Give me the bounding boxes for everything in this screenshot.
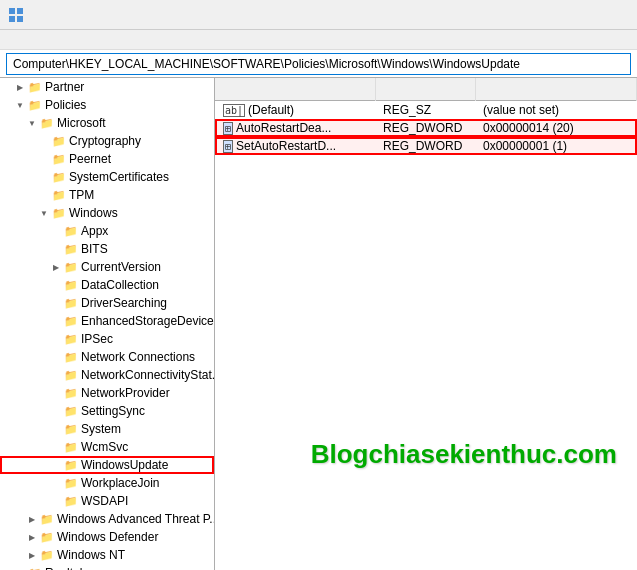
- folder-icon-appx: 📁: [64, 224, 78, 238]
- tree-label-partner: Partner: [45, 80, 84, 94]
- tree-item-currentversion[interactable]: 📁CurrentVersion: [0, 258, 214, 276]
- folder-icon-windowsnt: 📁: [40, 548, 54, 562]
- tree-item-windowsnt[interactable]: 📁Windows NT: [0, 546, 214, 564]
- expand-arrow-microsoft[interactable]: [26, 117, 38, 129]
- folder-icon-wsdapi: 📁: [64, 494, 78, 508]
- menu-help[interactable]: [84, 38, 92, 42]
- col-header-type[interactable]: [375, 78, 475, 100]
- tree-label-enhancedstoragedevices: EnhancedStorageDevices: [81, 314, 215, 328]
- main-layout: 📁Partner📁Policies📁Microsoft📁Cryptography…: [0, 78, 637, 570]
- expand-arrow-windowsdefender[interactable]: [26, 531, 38, 543]
- expand-arrow-windows[interactable]: [38, 207, 50, 219]
- tree-label-cryptography: Cryptography: [69, 134, 141, 148]
- tree-item-tpm[interactable]: 📁TPM: [0, 186, 214, 204]
- expand-arrow-partner[interactable]: [14, 81, 26, 93]
- cell-type-2: REG_DWORD: [375, 137, 475, 155]
- tree-item-networkconnectivitystatus[interactable]: 📁NetworkConnectivityStat...: [0, 366, 214, 384]
- folder-icon-windows: 📁: [52, 206, 66, 220]
- tree-item-wcmsvc[interactable]: 📁WcmSvc: [0, 438, 214, 456]
- tree-item-driversearching[interactable]: 📁DriverSearching: [0, 294, 214, 312]
- tree-item-partner[interactable]: 📁Partner: [0, 78, 214, 96]
- menu-bar: [0, 30, 637, 50]
- tree-label-networkprovider: NetworkProvider: [81, 386, 170, 400]
- watermark: Blogchiasekienthuc.com: [311, 439, 617, 470]
- folder-icon-workplacejoin: 📁: [64, 476, 78, 490]
- tree-label-driversearching: DriverSearching: [81, 296, 167, 310]
- tree-label-system: System: [81, 422, 121, 436]
- menu-favorites[interactable]: [64, 38, 72, 42]
- cell-name-1: ⊞AutoRestartDea...: [215, 119, 375, 137]
- tree-label-workplacejoin: WorkplaceJoin: [81, 476, 159, 490]
- tree-label-networkconnections: Network Connections: [81, 350, 195, 364]
- tree-label-currentversion: CurrentVersion: [81, 260, 161, 274]
- tree-label-windows: Windows: [69, 206, 118, 220]
- folder-icon-currentversion: 📁: [64, 260, 78, 274]
- folder-icon-windowsupdate: 📁: [64, 458, 78, 472]
- tree-item-peernet[interactable]: 📁Peernet: [0, 150, 214, 168]
- tree-item-policies[interactable]: 📁Policies: [0, 96, 214, 114]
- tree-label-microsoft: Microsoft: [57, 116, 106, 130]
- folder-icon-wcmsvc: 📁: [64, 440, 78, 454]
- cell-data-2: 0x00000001 (1): [475, 137, 637, 155]
- tree-item-ipsec[interactable]: 📁IPSec: [0, 330, 214, 348]
- registry-table: ab|(Default)REG_SZ(value not set)⊞AutoRe…: [215, 78, 637, 155]
- expand-arrow-windowsnt[interactable]: [26, 549, 38, 561]
- tree-item-settingsync[interactable]: 📁SettingSync: [0, 402, 214, 420]
- tree-item-datacollection[interactable]: 📁DataCollection: [0, 276, 214, 294]
- tree-label-realtek: Realtek: [45, 566, 86, 570]
- tree-item-appx[interactable]: 📁Appx: [0, 222, 214, 240]
- menu-file[interactable]: [4, 38, 12, 42]
- tree-item-wsdapi[interactable]: 📁WSDAPI: [0, 492, 214, 510]
- col-header-data[interactable]: [475, 78, 637, 100]
- tree-panel: 📁Partner📁Policies📁Microsoft📁Cryptography…: [0, 78, 215, 570]
- cell-name-2: ⊞SetAutoRestartD...: [215, 137, 375, 155]
- tree-item-networkconnections[interactable]: 📁Network Connections: [0, 348, 214, 366]
- menu-view[interactable]: [44, 38, 52, 42]
- table-row[interactable]: ⊞AutoRestartDea...REG_DWORD0x00000014 (2…: [215, 119, 637, 137]
- tree-label-settingsync: SettingSync: [81, 404, 145, 418]
- address-bar: [0, 50, 637, 78]
- svg-rect-1: [17, 8, 23, 14]
- tree-item-windowsadvancedthreat[interactable]: 📁Windows Advanced Threat P...: [0, 510, 214, 528]
- tree-item-microsoft[interactable]: 📁Microsoft: [0, 114, 214, 132]
- tree-label-peernet: Peernet: [69, 152, 111, 166]
- folder-icon-microsoft: 📁: [40, 116, 54, 130]
- svg-rect-3: [17, 16, 23, 22]
- table-row[interactable]: ab|(Default)REG_SZ(value not set): [215, 100, 637, 119]
- address-input[interactable]: [6, 53, 631, 75]
- tree-item-networkprovider[interactable]: 📁NetworkProvider: [0, 384, 214, 402]
- expand-arrow-policies[interactable]: [14, 99, 26, 111]
- content-panel: ab|(Default)REG_SZ(value not set)⊞AutoRe…: [215, 78, 637, 570]
- folder-icon-realtek: 📁: [28, 566, 42, 570]
- tree-item-cryptography[interactable]: 📁Cryptography: [0, 132, 214, 150]
- tree-item-windows[interactable]: 📁Windows: [0, 204, 214, 222]
- reg-value-icon-2: ⊞: [223, 140, 233, 153]
- folder-icon-policies: 📁: [28, 98, 42, 112]
- expand-arrow-windowsadvancedthreat[interactable]: [26, 513, 38, 525]
- tree-item-bits[interactable]: 📁BITS: [0, 240, 214, 258]
- folder-icon-datacollection: 📁: [64, 278, 78, 292]
- tree-label-tpm: TPM: [69, 188, 94, 202]
- tree-item-workplacejoin[interactable]: 📁WorkplaceJoin: [0, 474, 214, 492]
- expand-arrow-currentversion[interactable]: [50, 261, 62, 273]
- folder-icon-settingsync: 📁: [64, 404, 78, 418]
- folder-icon-driversearching: 📁: [64, 296, 78, 310]
- folder-icon-networkconnectivitystatus: 📁: [64, 368, 78, 382]
- folder-icon-partner: 📁: [28, 80, 42, 94]
- folder-icon-networkconnections: 📁: [64, 350, 78, 364]
- tree-item-windowsupdate[interactable]: 📁WindowsUpdate: [0, 456, 214, 474]
- tree-label-systemcertificates: SystemCertificates: [69, 170, 169, 184]
- tree-label-policies: Policies: [45, 98, 86, 112]
- folder-icon-systemcertificates: 📁: [52, 170, 66, 184]
- tree-item-system[interactable]: 📁System: [0, 420, 214, 438]
- tree-item-realtek[interactable]: 📁Realtek: [0, 564, 214, 570]
- svg-rect-2: [9, 16, 15, 22]
- col-header-name[interactable]: [215, 78, 375, 100]
- tree-item-systemcertificates[interactable]: 📁SystemCertificates: [0, 168, 214, 186]
- tree-item-enhancedstoragedevices[interactable]: 📁EnhancedStorageDevices: [0, 312, 214, 330]
- tree-label-windowsadvancedthreat: Windows Advanced Threat P...: [57, 512, 215, 526]
- menu-edit[interactable]: [24, 38, 32, 42]
- tree-item-windowsdefender[interactable]: 📁Windows Defender: [0, 528, 214, 546]
- table-row[interactable]: ⊞SetAutoRestartD...REG_DWORD0x00000001 (…: [215, 137, 637, 155]
- reg-value-icon-0: ab|: [223, 104, 245, 117]
